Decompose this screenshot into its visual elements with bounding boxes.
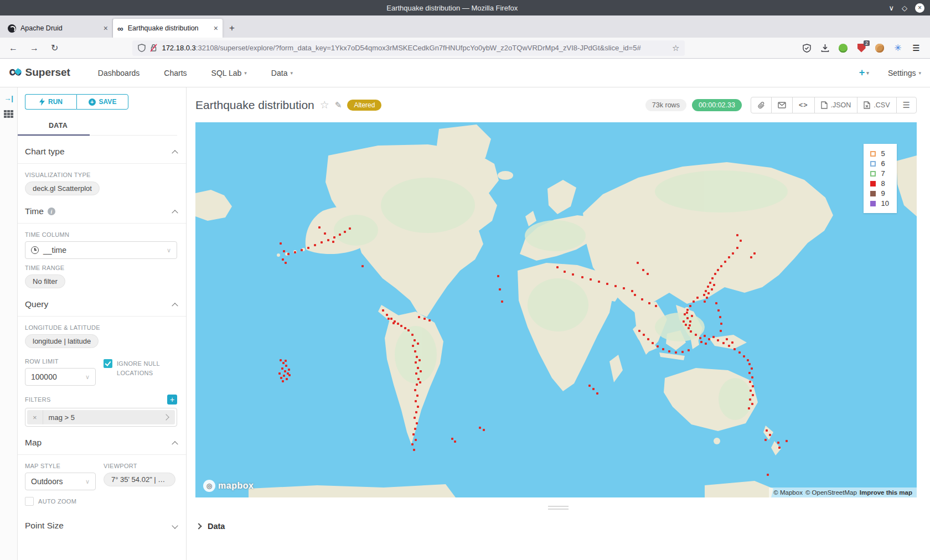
save-button[interactable]: + SAVE (76, 94, 128, 110)
viz-type-value[interactable]: deck.gl Scatterplot (25, 182, 100, 195)
nav-item-sql-lab[interactable]: SQL Lab▾ (211, 69, 247, 77)
nav-item-dashboards[interactable]: Dashboards (98, 69, 140, 77)
new-tab-button[interactable]: + (223, 19, 241, 38)
embed-code-button[interactable]: <> (792, 97, 814, 113)
superset-logo[interactable]: ∞ Superset (9, 65, 70, 80)
add-filter-button[interactable]: + (167, 395, 177, 405)
earthquake-point (288, 369, 290, 371)
earthquake-point (631, 290, 633, 292)
tab-earthquake-distribution[interactable]: ∞ Earthquake distribution × (113, 19, 223, 38)
legend-item[interactable]: 9 (870, 189, 889, 198)
viewport-value[interactable]: 7° 35' 54.02" | 31... (104, 473, 175, 486)
export-csv-button[interactable]: .CSV (857, 97, 896, 113)
legend-item[interactable]: 7 (870, 169, 889, 178)
earthquake-point (288, 374, 291, 376)
earthquake-point (634, 294, 636, 296)
earthquake-point (751, 376, 753, 378)
menu-icon[interactable]: ☰ (911, 43, 921, 53)
close-icon[interactable]: × (915, 3, 924, 13)
code-icon: <> (799, 101, 808, 109)
legend-swatch-icon (870, 181, 876, 186)
earthquake-point (596, 392, 598, 395)
downloads-icon[interactable] (820, 43, 830, 53)
legend-label: 10 (881, 199, 889, 208)
earthquake-point (349, 227, 351, 230)
tab-close-icon[interactable]: × (214, 24, 218, 33)
minimize-icon[interactable]: ∨ (888, 4, 894, 12)
filter-item[interactable]: × mag > 5 (27, 410, 175, 424)
insecure-lock-icon[interactable] (150, 44, 157, 52)
bookmark-star-icon[interactable]: ☆ (672, 43, 679, 53)
privacy-badger-icon[interactable] (838, 43, 848, 53)
earthquake-point (691, 315, 693, 317)
remove-filter-icon[interactable]: × (27, 410, 43, 424)
chevron-down-icon: ∨ (167, 247, 171, 254)
data-panel-toggle[interactable]: Data (187, 517, 930, 531)
tab-data[interactable]: DATA (25, 117, 84, 135)
section-header[interactable]: Point Size (18, 506, 186, 537)
earthquake-point (720, 265, 722, 267)
nav-item-charts[interactable]: Charts (164, 69, 187, 77)
run-button[interactable]: RUN (25, 94, 76, 110)
world-map[interactable]: 5678910 ◎ mapbox © Mapbox © OpenStreetMa… (195, 122, 917, 497)
section-header[interactable]: Query (18, 288, 186, 317)
extension-pin-icon[interactable]: ✳ (893, 43, 903, 53)
earthquake-point (606, 283, 608, 285)
map-style-select[interactable]: Outdoors ∨ (25, 473, 96, 490)
reload-button[interactable]: ↻ (48, 43, 61, 53)
file-icon (821, 101, 828, 109)
section-header[interactable]: Timei (18, 195, 186, 224)
earthquake-point (418, 316, 420, 318)
osm-attribution-link[interactable]: © OpenStreetMap (805, 489, 857, 496)
settings-menu[interactable]: Settings▾ (888, 69, 921, 77)
section-header[interactable]: Map (18, 427, 186, 455)
ublock-icon[interactable]: 2 (856, 43, 866, 53)
time-column-select[interactable]: __time ∨ (25, 241, 177, 259)
forward-button[interactable]: → (27, 43, 42, 53)
nav-item-data[interactable]: Data▾ (271, 69, 293, 77)
maximize-icon[interactable]: ◇ (902, 4, 907, 12)
earthquake-point (397, 323, 399, 325)
section-header[interactable]: Chart type (18, 136, 186, 164)
cookie-icon[interactable] (875, 43, 885, 53)
shield-icon[interactable] (138, 44, 146, 52)
tab-close-icon[interactable]: × (104, 24, 108, 33)
mapbox-attribution-link[interactable]: © Mapbox (773, 489, 803, 496)
auto-zoom-checkbox[interactable] (25, 497, 34, 506)
legend-item[interactable]: 8 (870, 179, 889, 188)
lonlat-value[interactable]: longitude | latitude (25, 334, 99, 348)
earthquake-point (332, 241, 334, 243)
export-json-button[interactable]: .JSON (814, 97, 857, 113)
earthquake-point (648, 302, 650, 304)
datasource-grid-icon[interactable] (4, 110, 13, 118)
edit-icon[interactable]: ✎ (335, 100, 342, 110)
email-button[interactable] (771, 97, 792, 113)
chart-menu-button[interactable]: ☰ (896, 97, 916, 113)
chevron-right-icon[interactable] (163, 414, 169, 420)
earthquake-point (572, 273, 574, 276)
legend-item[interactable]: 5 (870, 149, 889, 158)
row-limit-select[interactable]: 100000 ∨ (25, 368, 96, 386)
mapbox-logo[interactable]: ◎ mapbox (203, 480, 254, 492)
earthquake-point (748, 407, 750, 409)
time-range-value[interactable]: No filter (25, 274, 65, 288)
earthquake-point (748, 363, 751, 365)
legend-item[interactable]: 6 (870, 159, 889, 168)
panel-resize-handle[interactable] (187, 497, 930, 517)
collapse-panel-icon[interactable]: →| (4, 94, 13, 102)
tab-apache-druid[interactable]: Apache Druid × (3, 19, 113, 38)
tab-label: Earthquake distribution (128, 24, 209, 32)
new-item-button[interactable]: +▾ (859, 67, 869, 79)
url-input[interactable]: 172.18.0.3:32108/superset/explore/?form_… (132, 40, 685, 56)
envelope-icon (778, 102, 786, 108)
protections-shield-icon[interactable] (802, 43, 812, 53)
earthquake-point (647, 338, 649, 340)
favorite-star-icon[interactable]: ☆ (320, 98, 329, 111)
improve-map-link[interactable]: Improve this map (860, 489, 912, 496)
url-path: :32108/superset/explore/?form_data_key=1… (196, 44, 641, 52)
legend-item[interactable]: 10 (870, 199, 889, 208)
back-button[interactable]: ← (6, 43, 21, 53)
copy-link-button[interactable] (751, 97, 771, 113)
earthquake-point (382, 309, 384, 312)
ignore-null-checkbox[interactable] (104, 359, 112, 368)
